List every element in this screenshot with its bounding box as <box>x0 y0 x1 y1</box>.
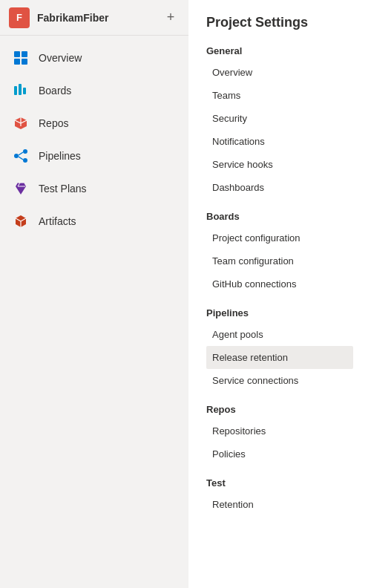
svg-rect-2 <box>14 59 20 65</box>
settings-item-retention[interactable]: Retention <box>206 493 353 516</box>
settings-item-overview[interactable]: Overview <box>206 61 353 84</box>
settings-item-service-connections[interactable]: Service connections <box>206 369 353 392</box>
add-button[interactable]: + <box>162 9 180 27</box>
overview-icon <box>12 49 30 67</box>
settings-item-repositories[interactable]: Repositories <box>206 419 353 442</box>
repos-icon <box>12 114 30 132</box>
settings-item-dashboards[interactable]: Dashboards <box>206 176 353 199</box>
sidebar-item-label-repos: Repos <box>39 117 68 129</box>
svg-line-10 <box>19 152 23 155</box>
boards-icon <box>12 82 30 99</box>
testplans-icon <box>12 180 30 197</box>
svg-rect-4 <box>14 86 17 95</box>
main-content: Project Settings GeneralOverviewTeamsSec… <box>188 0 371 588</box>
settings-item-policies[interactable]: Policies <box>206 442 353 466</box>
sidebar-item-label-testplans: Test Plans <box>39 183 87 195</box>
settings-item-service-hooks[interactable]: Service hooks <box>206 153 353 176</box>
settings-sections: GeneralOverviewTeamsSecurityNotification… <box>206 45 353 516</box>
pipelines-icon <box>12 147 30 165</box>
sidebar-item-overview[interactable]: Overview <box>0 42 188 74</box>
artifacts-icon <box>12 212 30 230</box>
svg-rect-6 <box>23 88 26 94</box>
sidebar-header: F FabrikamFiber + <box>0 0 188 36</box>
svg-line-11 <box>19 157 23 160</box>
settings-item-github-connections[interactable]: GitHub connections <box>206 272 353 295</box>
settings-item-release-retention[interactable]: Release retention <box>206 346 353 369</box>
svg-point-8 <box>23 149 27 154</box>
sidebar-item-testplans[interactable]: Test Plans <box>0 172 188 205</box>
sidebar-item-artifacts[interactable]: Artifacts <box>0 205 188 238</box>
settings-item-notifications[interactable]: Notifications <box>206 130 353 153</box>
svg-rect-1 <box>22 51 27 57</box>
svg-point-9 <box>23 158 27 163</box>
section-header-pipelines: Pipelines <box>206 307 353 318</box>
section-header-general: General <box>206 45 353 56</box>
sidebar-item-label-overview: Overview <box>39 52 82 64</box>
sidebar-item-pipelines[interactable]: Pipelines <box>0 140 188 172</box>
sidebar-item-repos[interactable]: Repos <box>0 107 188 140</box>
settings-item-security[interactable]: Security <box>206 107 353 130</box>
sidebar-item-boards[interactable]: Boards <box>0 74 188 107</box>
sidebar-nav: OverviewBoardsReposPipelinesTest PlansAr… <box>0 36 188 244</box>
sidebar-item-label-boards: Boards <box>39 85 71 97</box>
sidebar-item-label-pipelines: Pipelines <box>39 150 81 162</box>
svg-point-7 <box>14 154 19 158</box>
svg-rect-5 <box>19 84 22 95</box>
section-header-repos: Repos <box>206 404 353 415</box>
section-header-boards: Boards <box>206 211 353 222</box>
app-logo[interactable]: F <box>9 7 30 28</box>
settings-item-project-configuration[interactable]: Project configuration <box>206 226 353 249</box>
sidebar: F FabrikamFiber + OverviewBoardsReposPip… <box>0 0 188 588</box>
page-title: Project Settings <box>206 15 353 30</box>
settings-item-agent-pools[interactable]: Agent pools <box>206 323 353 346</box>
svg-rect-3 <box>22 59 27 65</box>
settings-item-teams[interactable]: Teams <box>206 84 353 107</box>
sidebar-item-label-artifacts: Artifacts <box>39 215 76 227</box>
app-name: FabrikamFiber <box>37 12 154 24</box>
settings-item-team-configuration[interactable]: Team configuration <box>206 249 353 272</box>
svg-rect-0 <box>14 51 20 57</box>
section-header-test: Test <box>206 477 353 489</box>
